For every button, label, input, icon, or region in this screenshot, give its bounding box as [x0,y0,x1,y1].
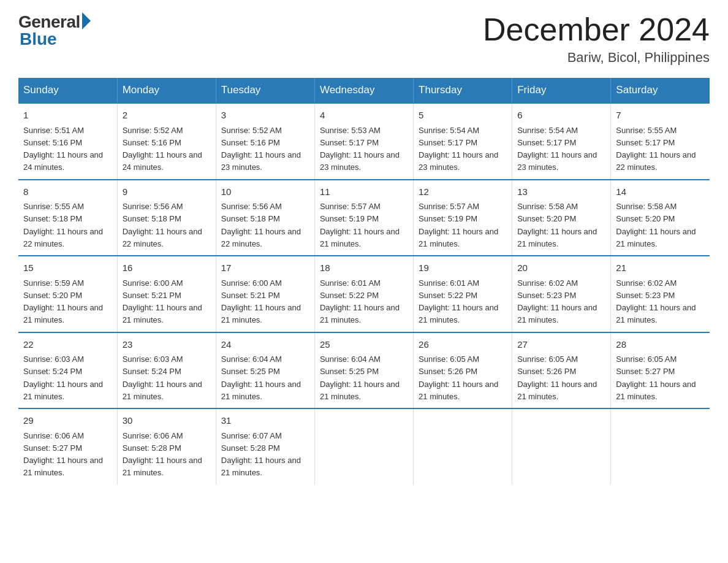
day-number: 7 [616,109,705,123]
calendar-cell: 16Sunrise: 6:00 AMSunset: 5:21 PMDayligh… [117,256,216,332]
calendar-cell [512,408,611,484]
header-cell-tuesday: Tuesday [216,78,314,103]
day-info: Sunrise: 6:00 AMSunset: 5:21 PMDaylight:… [221,278,301,325]
day-info: Sunrise: 5:58 AMSunset: 5:20 PMDaylight:… [616,202,696,248]
day-number: 12 [419,185,507,199]
day-info: Sunrise: 5:52 AMSunset: 5:16 PMDaylight:… [123,126,202,172]
calendar-cell: 28Sunrise: 6:05 AMSunset: 5:27 PMDayligh… [611,332,710,409]
day-info: Sunrise: 5:58 AMSunset: 5:20 PMDaylight:… [517,202,597,248]
logo: General Blue [18,12,91,49]
calendar-cell [414,408,512,484]
calendar-cell: 9Sunrise: 5:56 AMSunset: 5:18 PMDaylight… [117,180,216,256]
week-row-1: 1Sunrise: 5:51 AMSunset: 5:16 PMDaylight… [18,103,710,180]
day-number: 13 [517,185,605,199]
day-number: 20 [517,261,605,275]
day-info: Sunrise: 5:56 AMSunset: 5:18 PMDaylight:… [123,202,202,248]
calendar-cell: 8Sunrise: 5:55 AMSunset: 5:18 PMDaylight… [18,180,117,256]
day-number: 29 [23,414,112,428]
header-cell-wednesday: Wednesday [314,78,413,103]
day-number: 30 [123,414,211,428]
day-info: Sunrise: 6:05 AMSunset: 5:26 PMDaylight:… [419,354,498,401]
calendar-cell: 30Sunrise: 6:06 AMSunset: 5:28 PMDayligh… [117,408,216,484]
calendar-cell: 23Sunrise: 6:03 AMSunset: 5:24 PMDayligh… [117,332,216,409]
day-number: 4 [320,109,408,123]
calendar-cell: 18Sunrise: 6:01 AMSunset: 5:22 PMDayligh… [314,256,413,332]
day-number: 26 [419,338,507,352]
header-cell-saturday: Saturday [611,78,710,103]
header-cell-monday: Monday [117,78,216,103]
calendar-cell: 5Sunrise: 5:54 AMSunset: 5:17 PMDaylight… [414,103,512,180]
day-info: Sunrise: 5:59 AMSunset: 5:20 PMDaylight:… [23,278,103,325]
day-number: 6 [517,109,605,123]
calendar-cell: 2Sunrise: 5:52 AMSunset: 5:16 PMDaylight… [117,103,216,180]
calendar-cell: 17Sunrise: 6:00 AMSunset: 5:21 PMDayligh… [216,256,314,332]
week-row-3: 15Sunrise: 5:59 AMSunset: 5:20 PMDayligh… [18,256,710,332]
day-info: Sunrise: 5:54 AMSunset: 5:17 PMDaylight:… [517,126,597,172]
calendar-cell: 29Sunrise: 6:06 AMSunset: 5:27 PMDayligh… [18,408,117,484]
logo-blue-text: Blue [20,29,57,49]
day-info: Sunrise: 6:04 AMSunset: 5:25 PMDaylight:… [320,354,400,401]
day-number: 28 [616,338,705,352]
week-row-5: 29Sunrise: 6:06 AMSunset: 5:27 PMDayligh… [18,408,710,484]
calendar-cell: 31Sunrise: 6:07 AMSunset: 5:28 PMDayligh… [216,408,314,484]
calendar-cell: 26Sunrise: 6:05 AMSunset: 5:26 PMDayligh… [414,332,512,409]
week-row-2: 8Sunrise: 5:55 AMSunset: 5:18 PMDaylight… [18,180,710,256]
day-number: 8 [23,185,112,199]
day-number: 3 [221,109,309,123]
day-number: 18 [320,261,408,275]
day-number: 15 [23,261,112,275]
day-number: 25 [320,338,408,352]
day-info: Sunrise: 5:53 AMSunset: 5:17 PMDaylight:… [320,126,400,172]
logo-triangle-icon [82,12,91,29]
day-number: 31 [221,414,309,428]
calendar-cell: 15Sunrise: 5:59 AMSunset: 5:20 PMDayligh… [18,256,117,332]
day-number: 16 [123,261,211,275]
day-number: 9 [123,185,211,199]
day-number: 2 [123,109,211,123]
day-info: Sunrise: 5:55 AMSunset: 5:17 PMDaylight:… [616,126,696,172]
calendar-cell: 3Sunrise: 5:52 AMSunset: 5:16 PMDaylight… [216,103,314,180]
page-header: General Blue December 2024 Bariw, Bicol,… [18,12,710,66]
header-cell-sunday: Sunday [18,78,117,103]
day-number: 17 [221,261,309,275]
day-number: 1 [23,109,112,123]
day-info: Sunrise: 5:57 AMSunset: 5:19 PMDaylight:… [419,202,498,248]
day-info: Sunrise: 6:04 AMSunset: 5:25 PMDaylight:… [221,354,301,401]
calendar-cell: 7Sunrise: 5:55 AMSunset: 5:17 PMDaylight… [611,103,710,180]
calendar-cell [611,408,710,484]
main-title: December 2024 [483,12,710,47]
day-info: Sunrise: 6:00 AMSunset: 5:21 PMDaylight:… [123,278,202,325]
day-number: 19 [419,261,507,275]
header-row: SundayMondayTuesdayWednesdayThursdayFrid… [18,78,710,103]
day-info: Sunrise: 6:03 AMSunset: 5:24 PMDaylight:… [123,354,202,401]
day-info: Sunrise: 6:01 AMSunset: 5:22 PMDaylight:… [320,278,400,325]
calendar-cell: 21Sunrise: 6:02 AMSunset: 5:23 PMDayligh… [611,256,710,332]
calendar-cell: 14Sunrise: 5:58 AMSunset: 5:20 PMDayligh… [611,180,710,256]
day-info: Sunrise: 6:06 AMSunset: 5:27 PMDaylight:… [23,431,103,478]
day-number: 21 [616,261,705,275]
calendar-cell: 11Sunrise: 5:57 AMSunset: 5:19 PMDayligh… [314,180,413,256]
calendar-cell: 1Sunrise: 5:51 AMSunset: 5:16 PMDaylight… [18,103,117,180]
calendar-cell: 12Sunrise: 5:57 AMSunset: 5:19 PMDayligh… [414,180,512,256]
day-info: Sunrise: 5:51 AMSunset: 5:16 PMDaylight:… [23,126,103,172]
day-info: Sunrise: 5:55 AMSunset: 5:18 PMDaylight:… [23,202,103,248]
day-number: 27 [517,338,605,352]
day-info: Sunrise: 6:03 AMSunset: 5:24 PMDaylight:… [23,354,103,401]
calendar-cell: 22Sunrise: 6:03 AMSunset: 5:24 PMDayligh… [18,332,117,409]
title-block: December 2024 Bariw, Bicol, Philippines [483,12,710,66]
day-info: Sunrise: 5:57 AMSunset: 5:19 PMDaylight:… [320,202,400,248]
day-info: Sunrise: 6:02 AMSunset: 5:23 PMDaylight:… [616,278,696,325]
day-number: 24 [221,338,309,352]
calendar-cell: 19Sunrise: 6:01 AMSunset: 5:22 PMDayligh… [414,256,512,332]
header-cell-thursday: Thursday [414,78,512,103]
calendar-cell: 24Sunrise: 6:04 AMSunset: 5:25 PMDayligh… [216,332,314,409]
day-info: Sunrise: 6:02 AMSunset: 5:23 PMDaylight:… [517,278,597,325]
day-number: 23 [123,338,211,352]
day-number: 10 [221,185,309,199]
day-number: 11 [320,185,408,199]
calendar-cell: 25Sunrise: 6:04 AMSunset: 5:25 PMDayligh… [314,332,413,409]
calendar-cell: 13Sunrise: 5:58 AMSunset: 5:20 PMDayligh… [512,180,611,256]
day-number: 14 [616,185,705,199]
day-number: 5 [419,109,507,123]
calendar-cell: 10Sunrise: 5:56 AMSunset: 5:18 PMDayligh… [216,180,314,256]
